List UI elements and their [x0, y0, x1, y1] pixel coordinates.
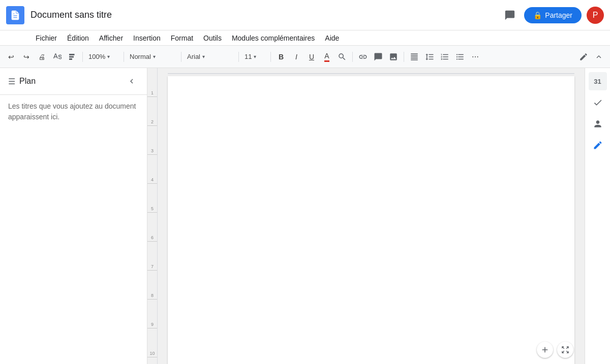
ruler-mark-14: 14 — [481, 73, 488, 74]
bold-button[interactable]: B — [274, 49, 288, 64]
menu-outils[interactable]: Outils — [198, 32, 227, 44]
more-button[interactable]: ⋯ — [468, 49, 482, 64]
line-spacing-button[interactable] — [422, 49, 437, 64]
ordered-list-button[interactable] — [438, 49, 452, 64]
doc-title[interactable]: Document sans titre — [30, 10, 501, 20]
align-button[interactable] — [407, 49, 421, 64]
main-content: ☰ Plan Les titres que vous ajoutez au do… — [0, 68, 610, 364]
sep-5 — [270, 52, 271, 62]
font-value: Arial — [187, 53, 200, 60]
ruler-mark-6: 6 — [325, 73, 329, 74]
zoom-caret: ▾ — [107, 54, 110, 59]
right-panel: 31 — [585, 68, 610, 364]
ruler-mark-10: 10 — [402, 73, 409, 74]
ruler-tick-10: 10 — [147, 328, 157, 357]
ruler-mark-12: 12 — [442, 73, 449, 74]
share-lock-icon: 🔒 — [533, 11, 542, 19]
share-label: Partager — [545, 11, 572, 19]
sidebar-empty-text: Les titres que vous ajoutez au document … — [8, 102, 136, 121]
ruler-mark-11: 11 — [422, 73, 430, 74]
ruler-mark-15: 15 — [501, 73, 508, 74]
toolbar: ↩ ↪ 🖨 100% ▾ Normal ▾ Arial ▾ 11 ▾ B I U… — [0, 46, 610, 68]
pencil-button[interactable] — [589, 136, 607, 154]
link-button[interactable] — [356, 49, 370, 64]
ruler-mark-8: 8 — [364, 73, 369, 74]
ruler-tick-6: 6 — [147, 213, 157, 242]
sep-7 — [404, 52, 404, 62]
sidebar-collapse-button[interactable] — [125, 74, 139, 88]
app-logo[interactable] — [6, 6, 24, 24]
title-right-actions: 🔒 Partager P — [501, 6, 604, 24]
zoom-select[interactable]: 100% ▾ — [86, 50, 120, 64]
contacts-button[interactable] — [589, 115, 607, 133]
spellcheck-button[interactable] — [50, 49, 64, 64]
ruler-left-margin-marker[interactable] — [223, 74, 229, 74]
sidebar-content: Les titres que vous ajoutez au document … — [0, 95, 147, 128]
ruler-mark-1: 1 — [227, 73, 232, 74]
doc-page[interactable] — [168, 76, 574, 364]
ruler-tick-8: 8 — [147, 271, 157, 300]
menu-aide[interactable]: Aide — [320, 32, 344, 44]
ruler-left-ticks: 1 2 3 4 5 6 7 8 9 10 11 12 — [147, 68, 157, 364]
font-size-value: 11 — [245, 53, 252, 60]
sep-3 — [181, 52, 181, 62]
font-size-select[interactable]: 11 ▾ — [242, 50, 267, 64]
ruler-tick-7: 7 — [147, 242, 157, 271]
sidebar-list-icon: ☰ — [8, 77, 15, 86]
ruler-top: -2 -1 0 1 2 3 4 5 6 7 8 9 10 11 12 13 14… — [168, 73, 574, 74]
ruler-tick-4: 4 — [147, 155, 157, 184]
menu-modules[interactable]: Modules complémentaires — [227, 32, 320, 44]
edit-mode-button[interactable] — [576, 49, 591, 64]
undo-button[interactable]: ↩ — [4, 49, 18, 64]
menu-edition[interactable]: Édition — [62, 32, 94, 44]
ruler-tick-2: 2 — [147, 97, 157, 126]
ruler-tick-5: 5 — [147, 184, 157, 213]
sep-1 — [82, 52, 83, 62]
ruler-mark-neg2: -2 — [168, 73, 174, 74]
menu-fichier[interactable]: Fichier — [30, 32, 62, 44]
print-button[interactable]: 🖨 — [35, 49, 49, 64]
redo-button[interactable]: ↪ — [19, 49, 34, 64]
font-select[interactable]: Arial ▾ — [185, 50, 235, 64]
menu-afficher[interactable]: Afficher — [94, 32, 128, 44]
ruler-mark-2: 2 — [247, 73, 251, 74]
zoom-in-bottom-button[interactable] — [537, 342, 553, 358]
sep-2 — [124, 52, 124, 62]
paint-format-button[interactable] — [65, 49, 79, 64]
bullet-list-button[interactable] — [453, 49, 467, 64]
title-bar: Document sans titre 🔒 Partager P — [0, 0, 610, 30]
style-select[interactable]: Normal ▾ — [127, 50, 178, 64]
doc-scroll[interactable]: -2 -1 0 1 2 3 4 5 6 7 8 9 10 11 12 13 14… — [158, 68, 585, 364]
sidebar-title-row: ☰ Plan — [8, 77, 36, 86]
ruler-mark-neg1: -1 — [189, 73, 195, 74]
highlight-button[interactable] — [335, 49, 349, 64]
ruler-mark-9: 9 — [384, 73, 388, 74]
zoom-value: 100% — [88, 53, 105, 60]
chat-button[interactable] — [501, 6, 519, 24]
avatar[interactable]: P — [587, 7, 604, 24]
menu-format[interactable]: Format — [166, 32, 198, 44]
share-button[interactable]: 🔒 Partager — [524, 7, 582, 23]
style-value: Normal — [130, 53, 151, 60]
menu-insertion[interactable]: Insertion — [128, 32, 166, 44]
expand-button[interactable] — [557, 342, 573, 358]
sep-4 — [238, 52, 239, 62]
font-caret: ▾ — [202, 54, 205, 59]
tasks-button[interactable] — [589, 93, 607, 112]
italic-button[interactable]: I — [289, 49, 303, 64]
underline-button[interactable]: U — [304, 49, 319, 64]
comment-button[interactable] — [371, 49, 385, 64]
collapse-toolbar-button[interactable] — [592, 49, 606, 64]
ruler-mark-7: 7 — [345, 73, 349, 74]
ruler-mark-0: 0 — [209, 73, 214, 74]
ruler-tick-11: 11 — [147, 357, 157, 364]
ruler-mark-5: 5 — [306, 73, 310, 74]
text-color-button[interactable]: A — [320, 49, 334, 64]
ruler-mark-3: 3 — [266, 73, 271, 74]
calendar-button[interactable]: 31 — [589, 72, 607, 90]
size-caret: ▾ — [254, 54, 256, 59]
ruler-left: 1 2 3 4 5 6 7 8 9 10 11 12 — [147, 68, 158, 364]
style-caret: ▾ — [153, 54, 156, 59]
ruler-tick-3: 3 — [147, 126, 157, 155]
image-button[interactable] — [386, 49, 401, 64]
